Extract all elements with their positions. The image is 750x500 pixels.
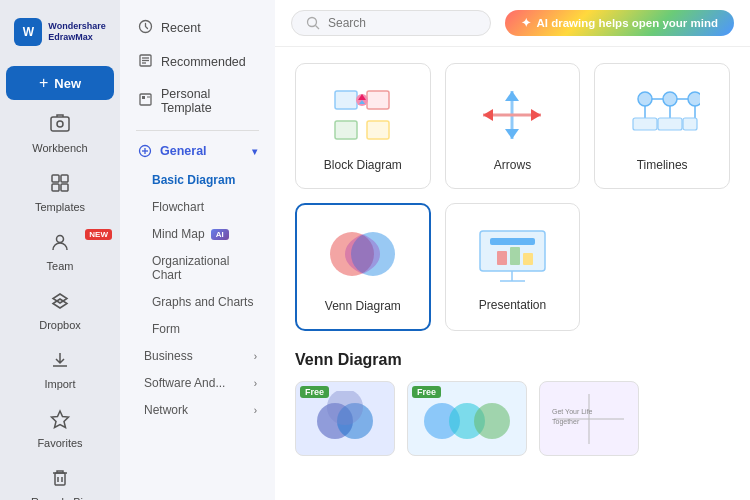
svg-rect-28 — [335, 121, 357, 139]
svg-rect-40 — [658, 118, 682, 130]
svg-rect-5 — [61, 184, 68, 191]
workbench-label: Workbench — [32, 142, 87, 154]
card-timelines[interactable]: Timelines — [594, 63, 730, 189]
team-new-badge: NEW — [85, 229, 112, 240]
arrows-icon — [472, 80, 552, 150]
favorites-icon — [49, 408, 71, 435]
basic-diagram-label: Basic Diagram — [152, 173, 235, 187]
card-presentation[interactable]: Presentation — [445, 203, 581, 331]
org-chart-label: Organizational Chart — [152, 254, 229, 282]
template-3-preview: Get Your Life Together — [544, 389, 634, 449]
import-label: Import — [44, 378, 75, 390]
svg-rect-27 — [367, 91, 389, 109]
dropbox-icon — [49, 290, 71, 317]
arrows-label: Arrows — [494, 158, 531, 172]
sub-form[interactable]: Form — [128, 316, 267, 342]
svg-point-31 — [638, 92, 652, 106]
svg-rect-39 — [633, 118, 657, 130]
sub-flowchart[interactable]: Flowchart — [128, 194, 267, 220]
search-input[interactable] — [328, 16, 468, 30]
svg-text:Get Your Life: Get Your Life — [552, 408, 593, 415]
template-card-3[interactable]: Get Your Life Together — [539, 381, 639, 456]
category-business[interactable]: Business › — [128, 343, 267, 369]
main-content: ✦ AI drawing helps open your mind — [275, 0, 750, 500]
sidebar-item-team[interactable]: Team NEW — [0, 223, 120, 280]
section-title: Venn Diagram — [295, 351, 730, 369]
mindmap-row: Mind Map AI — [152, 227, 257, 241]
sidebar-item-recycle[interactable]: Recycle Bin — [0, 459, 120, 500]
svg-rect-45 — [490, 238, 535, 245]
templates-row: Free Free — [295, 381, 730, 456]
search-box[interactable] — [291, 10, 491, 36]
svg-rect-3 — [61, 175, 68, 182]
svg-rect-50 — [523, 253, 533, 265]
svg-rect-19 — [142, 96, 145, 99]
network-label: Network — [144, 403, 188, 417]
recycle-icon — [49, 467, 71, 494]
templates-icon — [49, 172, 71, 199]
template-card-2[interactable]: Free — [407, 381, 527, 456]
card-arrows[interactable]: Arrows — [445, 63, 581, 189]
svg-point-56 — [474, 403, 510, 439]
svg-point-33 — [688, 92, 700, 106]
sidebar-item-workbench[interactable]: Workbench — [0, 105, 120, 162]
personal-template-icon — [138, 92, 153, 110]
sub-mindmap[interactable]: Mind Map AI — [128, 221, 267, 247]
business-label: Business — [144, 349, 193, 363]
import-icon — [49, 349, 71, 376]
svg-point-32 — [663, 92, 677, 106]
sub-graphs[interactable]: Graphs and Charts — [128, 289, 267, 315]
ai-star-icon: ✦ — [521, 16, 531, 30]
svg-point-6 — [57, 236, 64, 243]
svg-rect-29 — [367, 121, 389, 139]
sidebar-item-dropbox[interactable]: Dropbox — [0, 282, 120, 339]
venn-section: Venn Diagram Free Free — [295, 351, 730, 456]
svg-rect-49 — [510, 247, 520, 265]
personal-template-label: Personal Template — [161, 87, 257, 115]
template-card-1[interactable]: Free — [295, 381, 395, 456]
nav-personal-template[interactable]: Personal Template — [128, 80, 267, 122]
mindmap-label: Mind Map — [152, 227, 205, 241]
team-icon — [49, 231, 71, 258]
venn-diagram-icon — [323, 221, 403, 291]
template-1-preview — [305, 391, 385, 446]
block-diagram-label: Block Diagram — [324, 158, 402, 172]
svg-rect-26 — [335, 91, 357, 109]
flowchart-label: Flowchart — [152, 200, 204, 214]
presentation-icon — [472, 220, 552, 290]
svg-rect-4 — [52, 184, 59, 191]
network-arrow: › — [254, 405, 257, 416]
team-label: Team — [47, 260, 74, 272]
recent-icon — [138, 19, 153, 37]
business-arrow: › — [254, 351, 257, 362]
logo-icon: W — [14, 18, 42, 46]
sidebar-item-import[interactable]: Import — [0, 341, 120, 398]
timelines-icon — [622, 80, 702, 150]
venn-diagram-label: Venn Diagram — [325, 299, 401, 313]
card-venn-diagram[interactable]: Venn Diagram — [295, 203, 431, 331]
content-area: Block Diagram Arrows — [275, 47, 750, 500]
category-software[interactable]: Software And... › — [128, 370, 267, 396]
workbench-icon — [49, 113, 71, 140]
sub-basic-diagram[interactable]: Basic Diagram — [128, 167, 267, 193]
category-general[interactable]: General ▾ — [128, 137, 267, 165]
sidebar-item-templates[interactable]: Templates — [0, 164, 120, 221]
category-network[interactable]: Network › — [128, 397, 267, 423]
new-button[interactable]: + New — [6, 66, 114, 100]
ai-badge: AI — [211, 229, 229, 240]
diagram-grid: Block Diagram Arrows — [295, 63, 730, 331]
svg-rect-48 — [497, 251, 507, 265]
nav-recent[interactable]: Recent — [128, 12, 267, 44]
graphs-label: Graphs and Charts — [152, 295, 253, 309]
nav-recommended[interactable]: Recommended — [128, 46, 267, 78]
recycle-label: Recycle Bin — [31, 496, 89, 500]
dropbox-label: Dropbox — [39, 319, 81, 331]
sub-org-chart[interactable]: Organizational Chart — [128, 248, 267, 288]
sidebar-item-favorites[interactable]: Favorites — [0, 400, 120, 457]
general-label: General — [160, 144, 207, 158]
card-block-diagram[interactable]: Block Diagram — [295, 63, 431, 189]
logo-text: WondershareEdrawMax — [48, 21, 105, 43]
sidebar: W WondershareEdrawMax + New Workbench Te… — [0, 0, 120, 500]
svg-text:Together: Together — [552, 418, 580, 426]
logo: W WondershareEdrawMax — [4, 10, 115, 54]
